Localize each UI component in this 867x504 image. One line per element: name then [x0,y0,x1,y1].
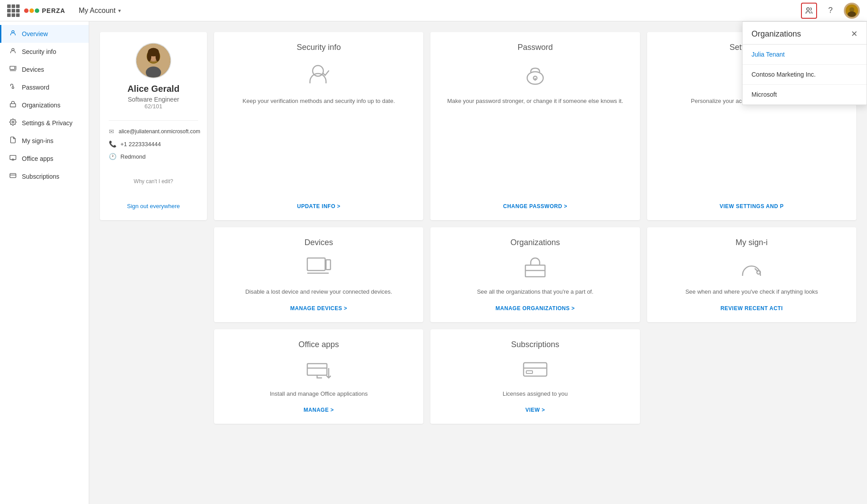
svg-rect-8 [10,104,16,107]
sidebar-overview-label: Overview [22,30,48,37]
office-apps-desc: Install and manage Office applications [270,389,367,398]
password-card-icon [522,61,549,90]
my-sign-ins-card: My sign-i See when and where you've chec… [647,227,856,322]
sidebar-password-label: Password [22,84,49,91]
password-icon [8,83,17,92]
org-panel-header: Organizations ✕ [743,22,867,45]
cards-row-3: Office apps Install and manage Office ap… [100,329,856,424]
review-recent-link[interactable]: REVIEW RECENT ACTI [720,305,783,311]
user-avatar-btn[interactable] [844,3,860,19]
subscriptions-desc: Licenses assigned to you [503,389,568,398]
topbar: PERZA My Account ▾ ? [0,0,867,21]
profile-avatar [136,43,171,78]
subscriptions-card: Subscriptions Licenses assigned to you V… [430,329,640,424]
org-list-item-1[interactable]: Contoso Marketing Inc. [743,65,867,85]
account-title[interactable]: My Account ▾ [78,7,121,15]
svg-point-3 [848,11,856,16]
office-apps-title: Office apps [298,340,339,349]
overview-icon [8,29,17,38]
organizations-panel: Organizations ✕ Julia Tenant Contoso Mar… [742,21,867,105]
profile-card: Alice Gerald Software Engineer 62/101 ✉ … [100,32,207,220]
help-icon[interactable]: ? [822,3,838,19]
profile-name: Alice Gerald [128,84,180,94]
devices-icon [8,65,17,74]
manage-organizations-link[interactable]: MANAGE ORGANIZATIONS > [495,305,575,311]
security-info-desc: Keep your verification methods and secur… [243,97,395,194]
sidebar-item-overview[interactable]: Overview [0,25,89,43]
waffle-icon[interactable] [7,4,20,17]
chevron-down-icon: ▾ [118,8,121,14]
empty-col [100,227,207,322]
sign-out-everywhere-link[interactable]: Sign out everywhere [127,203,180,209]
sidebar-security-label: Security info [22,48,56,55]
svg-point-0 [807,8,809,10]
phone-icon: 📞 [109,140,116,148]
sidebar-item-organizations[interactable]: Organizations [0,96,89,114]
organizations-icon-btn[interactable] [801,3,817,19]
sidebar-item-devices[interactable]: Devices [0,61,89,78]
office-apps-card-icon [306,358,332,382]
security-info-title: Security info [297,43,341,52]
profile-email: alice@juliatenant.onmicrosoft.com [119,128,200,135]
cards-row-2: Devices Disable a lost device and review… [100,227,856,322]
view-settings-link[interactable]: VIEW SETTINGS AND P [719,203,784,209]
profile-phone: +1 2223334444 [120,141,161,148]
svg-rect-28 [326,260,330,270]
profile-email-item: ✉ alice@juliatenant.onmicrosoft.com [109,128,198,135]
sidebar-settings-label: Settings & Privacy [22,119,73,127]
empty-col-3b [647,329,856,424]
svg-point-7 [12,87,14,89]
main-layout: Overview Security info Devices Password … [0,21,867,504]
change-password-link[interactable]: CHANGE PASSWORD > [503,203,567,209]
organizations-desc: See all the organizations that you're a … [477,287,593,296]
password-card: Password Make your password stronger, or… [430,32,640,220]
update-info-link[interactable]: UPDATE INFO > [297,203,340,209]
organizations-card-icon [522,256,549,280]
sidebar-item-my-sign-ins[interactable]: My sign-ins [0,132,89,150]
sidebar-item-subscriptions[interactable]: Subscriptions [0,168,89,185]
sidebar-item-office-apps[interactable]: Office apps [0,150,89,168]
sidebar: Overview Security info Devices Password … [0,21,89,504]
svg-rect-33 [307,364,327,375]
topbar-right: ? [801,3,860,19]
sidebar-devices-label: Devices [22,66,44,73]
devices-card-icon [306,256,332,280]
sidebar-item-settings-privacy[interactable]: Settings & Privacy [0,114,89,132]
view-subscriptions-link[interactable]: VIEW > [525,407,545,413]
svg-rect-36 [524,363,547,376]
manage-office-link[interactable]: MANAGE > [304,407,334,413]
sidebar-item-password[interactable]: Password [0,78,89,96]
org-panel-close-button[interactable]: ✕ [851,29,858,39]
org-list-item-2[interactable]: Microsoft [743,85,867,105]
sidebar-item-security-info[interactable]: Security info [0,43,89,61]
security-info-icon [306,61,332,90]
manage-devices-link[interactable]: MANAGE DEVICES > [290,305,347,311]
organizations-card: Organizations See all the organizations … [430,227,640,322]
subscriptions-icon [8,172,17,181]
why-edit-text: Why can't I edit? [134,178,173,184]
account-title-text: My Account [78,7,116,15]
devices-desc: Disable a lost device and review your co… [245,287,392,296]
organizations-nav-icon [8,101,17,110]
location-icon: 🕐 [109,153,116,160]
svg-point-18 [147,51,152,61]
svg-rect-26 [307,258,325,270]
devices-title: Devices [305,238,333,247]
my-sign-ins-card-icon [738,256,765,280]
devices-card: Devices Disable a lost device and review… [214,227,423,322]
profile-phone-item: 📞 +1 2223334444 [109,140,198,148]
password-title: Password [517,43,553,52]
empty-col-3 [100,329,207,424]
profile-info: ✉ alice@juliatenant.onmicrosoft.com 📞 +1… [109,120,198,165]
svg-point-32 [757,270,760,274]
organizations-title: Organizations [510,238,560,247]
my-sign-ins-title: My sign-i [735,238,768,247]
logo-text: PERZA [42,7,65,14]
profile-code: 62/101 [144,103,162,110]
svg-rect-6 [10,66,15,70]
sidebar-office-apps-label: Office apps [22,155,54,162]
svg-rect-38 [526,371,533,373]
email-icon: ✉ [109,128,114,135]
org-list-item-0[interactable]: Julia Tenant [743,45,867,65]
sidebar-organizations-label: Organizations [22,102,60,109]
